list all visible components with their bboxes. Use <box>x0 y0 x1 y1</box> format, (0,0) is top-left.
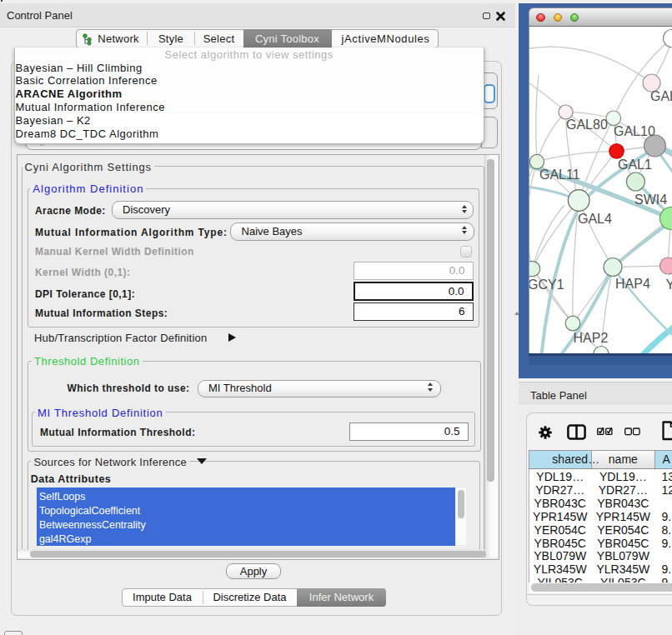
svg-text:HAP4: HAP4 <box>615 277 650 291</box>
svg-text:GAL11: GAL11 <box>539 168 580 182</box>
svg-text:GAL4: GAL4 <box>578 212 612 226</box>
svg-text:SWI4: SWI4 <box>634 192 667 207</box>
svg-text:GAL7: GAL7 <box>650 89 672 103</box>
svg-text:Y: Y <box>666 278 672 292</box>
svg-text:HAP2: HAP2 <box>574 331 609 345</box>
svg-text:GCY1: GCY1 <box>529 278 564 292</box>
svg-text:GAL10: GAL10 <box>614 124 655 138</box>
svg-text:GAL80: GAL80 <box>566 118 608 132</box>
svg-text:GAL1: GAL1 <box>618 158 652 172</box>
